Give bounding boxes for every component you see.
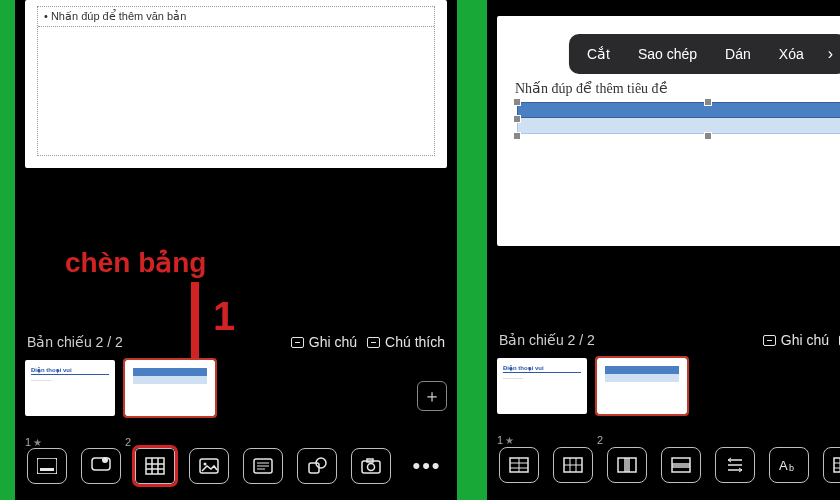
slide-canvas[interactable]: • Nhấn đúp để thêm văn bản <box>25 0 447 168</box>
toolbar: ••• <box>15 438 457 500</box>
notes-button[interactable]: Ghi chú <box>763 332 829 348</box>
svg-rect-41 <box>834 458 840 472</box>
star-icon: ★ <box>33 437 42 448</box>
status-bar: Bản chiếu 2 / 2 Ghi chú Chú thích <box>487 324 840 356</box>
thumb-1[interactable]: Điện thoại vui ――――― 1★ <box>497 358 587 430</box>
svg-point-20 <box>368 464 375 471</box>
svg-text:A: A <box>779 458 788 473</box>
menu-delete[interactable]: Xóa <box>765 34 818 74</box>
comments-button[interactable]: Chú thích <box>367 334 445 350</box>
more-button[interactable]: ••• <box>409 453 445 479</box>
thumbnails: Điện thoại vui ――――― 1★ 2 ＋ <box>487 356 840 436</box>
svg-rect-2 <box>37 458 57 474</box>
table-style-a[interactable] <box>499 447 539 483</box>
title-placeholder[interactable]: Nhấn đúp để thêm tiêu đề <box>515 80 668 97</box>
thumb-1[interactable]: Điện thoại vui ――――― 1★ <box>25 360 115 432</box>
svg-rect-6 <box>146 458 164 474</box>
notes-icon <box>291 337 304 348</box>
notes-icon <box>763 335 776 346</box>
insert-table-button[interactable] <box>135 448 175 484</box>
context-menu: Cắt Sao chép Dán Xóa › <box>569 34 840 74</box>
menu-more-icon[interactable]: › <box>818 45 840 63</box>
svg-rect-33 <box>624 458 630 472</box>
slide-counter: Bản chiếu 2 / 2 <box>499 332 753 348</box>
star-icon: ★ <box>505 435 514 446</box>
menu-paste[interactable]: Dán <box>711 34 765 74</box>
svg-text:b: b <box>789 463 794 473</box>
comments-icon <box>367 337 380 348</box>
svg-rect-35 <box>672 463 690 468</box>
svg-rect-17 <box>309 463 319 473</box>
textbox-placeholder: • Nhấn đúp để thêm văn bản <box>38 7 434 27</box>
svg-rect-3 <box>40 468 54 471</box>
svg-point-5 <box>102 457 108 463</box>
thumb-2[interactable]: 2 <box>125 360 215 432</box>
menu-copy[interactable]: Sao chép <box>624 34 711 74</box>
table-text[interactable]: Ab <box>769 447 809 483</box>
slide-editor[interactable]: • Nhấn đúp để thêm văn bản <box>15 0 457 178</box>
menu-cut[interactable]: Cắt <box>573 34 624 74</box>
thumbnails: Điện thoại vui ――――― 1★ 2 ＋ <box>15 358 457 438</box>
table-distribute[interactable] <box>715 447 755 483</box>
camera-button[interactable] <box>351 448 391 484</box>
layout-button[interactable] <box>27 448 67 484</box>
content-textbox[interactable]: • Nhấn đúp để thêm văn bản <box>37 6 435 156</box>
shapes-button[interactable] <box>297 448 337 484</box>
table-alt[interactable] <box>823 447 840 483</box>
textbox-button[interactable] <box>243 448 283 484</box>
slide-counter: Bản chiếu 2 / 2 <box>27 334 281 350</box>
insert-image-button[interactable] <box>189 448 229 484</box>
screenshot-left: • Nhấn đúp để thêm văn bản chèn bảng 1 B… <box>15 0 457 500</box>
add-slide-button[interactable]: ＋ <box>417 381 447 411</box>
table-insert-col[interactable] <box>607 447 647 483</box>
table-toolbar: Ab ••• <box>487 436 840 500</box>
table-insert-row[interactable] <box>661 447 701 483</box>
svg-point-12 <box>204 463 207 466</box>
inserted-table[interactable] <box>517 102 840 136</box>
table-style-b[interactable] <box>553 447 593 483</box>
screenshot-right: Cắt Sao chép Dán Xóa › Nhấn đúp để thêm … <box>487 0 840 500</box>
comment-button[interactable] <box>81 448 121 484</box>
status-bar: Bản chiếu 2 / 2 Ghi chú Chú thích <box>15 326 457 358</box>
notes-button[interactable]: Ghi chú <box>291 334 357 350</box>
thumb-2[interactable]: 2 <box>597 358 687 430</box>
